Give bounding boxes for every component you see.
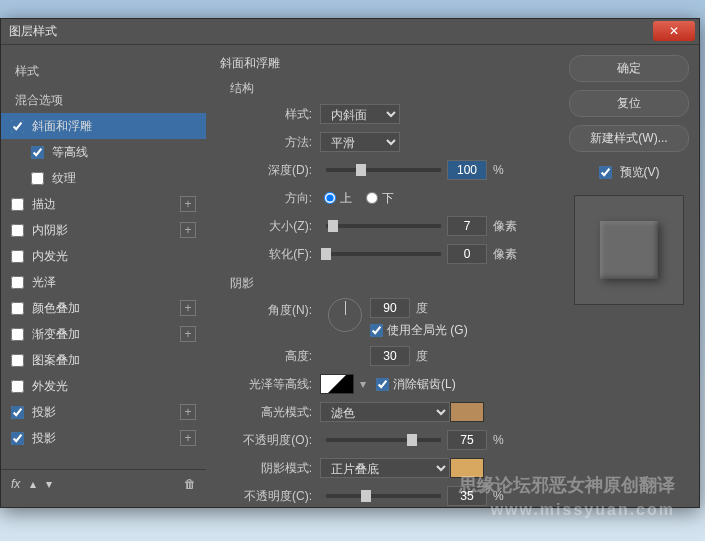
depth-slider[interactable] <box>326 168 441 172</box>
altitude-label: 高度: <box>230 348 320 365</box>
structure-title: 结构 <box>230 80 545 97</box>
preview-box <box>574 195 684 305</box>
style-item-3[interactable]: 描边+ <box>1 191 206 217</box>
style-item-9[interactable]: 图案叠加 <box>1 347 206 373</box>
style-item-2[interactable]: 纹理 <box>1 165 206 191</box>
angle-input[interactable] <box>370 298 410 318</box>
style-checkbox[interactable] <box>11 120 24 133</box>
technique-select[interactable]: 平滑 <box>320 132 400 152</box>
add-effect-icon[interactable]: + <box>180 222 196 238</box>
depth-label: 深度(D): <box>230 162 320 179</box>
close-button[interactable]: ✕ <box>653 21 695 41</box>
highlight-opacity-slider[interactable] <box>326 438 441 442</box>
add-effect-icon[interactable]: + <box>180 430 196 446</box>
highlight-opacity-input[interactable] <box>447 430 487 450</box>
add-effect-icon[interactable]: + <box>180 196 196 212</box>
style-checkbox[interactable] <box>11 224 24 237</box>
angle-unit: 度 <box>416 300 428 317</box>
arrow-down-icon[interactable]: ▾ <box>46 477 52 491</box>
trash-icon[interactable]: 🗑 <box>184 477 196 491</box>
style-checkbox[interactable] <box>11 406 24 419</box>
technique-label: 方法: <box>230 134 320 151</box>
style-item-8[interactable]: 渐变叠加+ <box>1 321 206 347</box>
style-label: 投影 <box>32 430 56 447</box>
add-effect-icon[interactable]: + <box>180 300 196 316</box>
shadow-opacity-unit: % <box>493 489 504 503</box>
style-checkbox[interactable] <box>31 172 44 185</box>
shadow-mode-select[interactable]: 正片叠底 <box>320 458 450 478</box>
gloss-contour-picker[interactable] <box>320 374 354 394</box>
size-slider[interactable] <box>326 224 441 228</box>
style-checkbox[interactable] <box>11 302 24 315</box>
style-checkbox[interactable] <box>11 328 24 341</box>
style-label: 颜色叠加 <box>32 300 80 317</box>
angle-dial[interactable] <box>328 298 362 332</box>
style-item-0[interactable]: 斜面和浮雕 <box>1 113 206 139</box>
settings-panel: 斜面和浮雕 结构 样式: 内斜面 方法: 平滑 深度(D): % <box>206 45 559 507</box>
style-item-10[interactable]: 外发光 <box>1 373 206 399</box>
soften-input[interactable] <box>447 244 487 264</box>
style-checkbox[interactable] <box>31 146 44 159</box>
shadow-mode-label: 阴影模式: <box>230 460 320 477</box>
direction-up-label: 上 <box>340 190 352 207</box>
style-checkbox[interactable] <box>11 432 24 445</box>
style-item-7[interactable]: 颜色叠加+ <box>1 295 206 321</box>
style-item-1[interactable]: 等高线 <box>1 139 206 165</box>
depth-input[interactable] <box>447 160 487 180</box>
soften-slider[interactable] <box>326 252 441 256</box>
style-item-5[interactable]: 内发光 <box>1 243 206 269</box>
new-style-button[interactable]: 新建样式(W)... <box>569 125 689 152</box>
style-checkbox[interactable] <box>11 276 24 289</box>
highlight-mode-select[interactable]: 滤色 <box>320 402 450 422</box>
style-label: 投影 <box>32 404 56 421</box>
style-item-6[interactable]: 光泽 <box>1 269 206 295</box>
ok-button[interactable]: 确定 <box>569 55 689 82</box>
layer-style-dialog: 图层样式 ✕ 样式 混合选项 斜面和浮雕等高线纹理描边+内阴影+内发光光泽颜色叠… <box>0 18 700 508</box>
shadow-opacity-slider[interactable] <box>326 494 441 498</box>
altitude-input[interactable] <box>370 346 410 366</box>
style-label: 描边 <box>32 196 56 213</box>
shadow-opacity-label: 不透明度(C): <box>230 488 320 505</box>
style-item-12[interactable]: 投影+ <box>1 425 206 451</box>
style-label: 内发光 <box>32 248 68 265</box>
style-label: 纹理 <box>52 170 76 187</box>
depth-unit: % <box>493 163 504 177</box>
shadow-color-swatch[interactable] <box>450 458 484 478</box>
chevron-down-icon[interactable]: ▾ <box>360 377 366 391</box>
global-light-checkbox[interactable] <box>370 324 383 337</box>
style-checkbox[interactable] <box>11 380 24 393</box>
direction-up-radio[interactable] <box>324 192 336 204</box>
shading-title: 阴影 <box>230 275 545 292</box>
highlight-color-swatch[interactable] <box>450 402 484 422</box>
close-icon: ✕ <box>669 24 679 38</box>
titlebar[interactable]: 图层样式 ✕ <box>1 19 699 45</box>
style-checkbox[interactable] <box>11 250 24 263</box>
preview-checkbox[interactable] <box>599 166 612 179</box>
styles-heading[interactable]: 样式 <box>1 55 206 84</box>
style-select[interactable]: 内斜面 <box>320 104 400 124</box>
style-label: 内阴影 <box>32 222 68 239</box>
gloss-label: 光泽等高线: <box>230 376 320 393</box>
style-item-11[interactable]: 投影+ <box>1 399 206 425</box>
highlight-opacity-unit: % <box>493 433 504 447</box>
antialias-checkbox[interactable] <box>376 378 389 391</box>
add-effect-icon[interactable]: + <box>180 404 196 420</box>
style-checkbox[interactable] <box>11 198 24 211</box>
fx-menu[interactable]: fx <box>11 477 20 491</box>
arrow-up-icon[interactable]: ▴ <box>30 477 36 491</box>
preview-toggle[interactable]: 预览(V) <box>599 164 660 181</box>
angle-label: 角度(N): <box>230 298 320 319</box>
size-label: 大小(Z): <box>230 218 320 235</box>
blend-options[interactable]: 混合选项 <box>1 84 206 113</box>
direction-down-radio[interactable] <box>366 192 378 204</box>
add-effect-icon[interactable]: + <box>180 326 196 342</box>
shadow-opacity-input[interactable] <box>447 486 487 506</box>
size-input[interactable] <box>447 216 487 236</box>
style-checkbox[interactable] <box>11 354 24 367</box>
style-label: 样式: <box>230 106 320 123</box>
antialias-label: 消除锯齿(L) <box>393 376 456 393</box>
size-unit: 像素 <box>493 218 517 235</box>
style-item-4[interactable]: 内阴影+ <box>1 217 206 243</box>
direction-down-label: 下 <box>382 190 394 207</box>
cancel-button[interactable]: 复位 <box>569 90 689 117</box>
